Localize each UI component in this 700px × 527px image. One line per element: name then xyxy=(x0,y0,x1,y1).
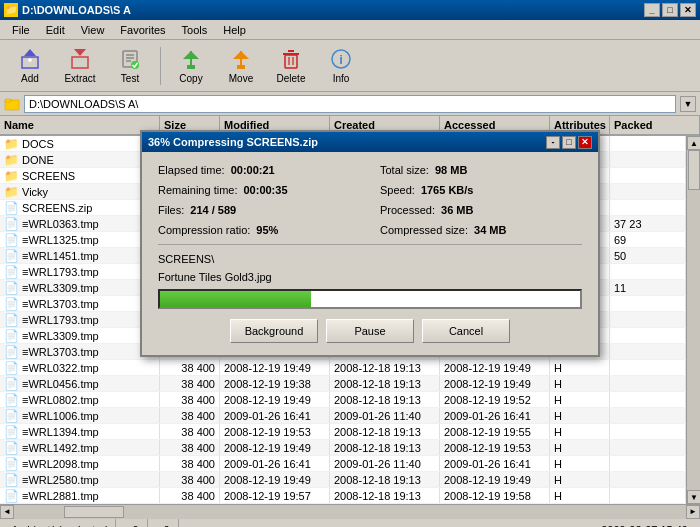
file-size-cell: 38 400 xyxy=(160,456,220,471)
table-row[interactable]: 📄≡WRL0802.tmp38 4002008-12-19 19:492008-… xyxy=(0,392,686,408)
folder-icon: 📁 xyxy=(4,169,19,183)
file-name: ≡WRL1325.tmp xyxy=(22,234,99,246)
file-name-cell: 📄≡WRL1793.tmp xyxy=(0,312,160,327)
move-label: Move xyxy=(229,73,253,84)
scroll-h-track[interactable] xyxy=(14,505,686,519)
scroll-h-thumb[interactable] xyxy=(64,506,124,518)
menu-tools[interactable]: Tools xyxy=(174,22,216,38)
file-packed-cell xyxy=(610,168,686,183)
col-header-name[interactable]: Name xyxy=(0,116,160,134)
col-header-packed[interactable]: Packed xyxy=(610,116,700,134)
file-accessed-cell: 2008-12-19 19:52 xyxy=(440,392,550,407)
table-row[interactable]: 📄≡WRL0322.tmp38 4002008-12-19 19:492008-… xyxy=(0,360,686,376)
scroll-right-button[interactable]: ► xyxy=(686,505,700,519)
table-row[interactable]: 📄≡WRL1394.tmp38 4002008-12-19 19:532008-… xyxy=(0,424,686,440)
toolbar-test-button[interactable]: Test xyxy=(106,44,154,88)
scroll-up-button[interactable]: ▲ xyxy=(687,136,700,150)
address-dropdown-button[interactable]: ▼ xyxy=(680,96,696,112)
file-attr-cell: H xyxy=(550,488,610,503)
file-name: ≡WRL0802.tmp xyxy=(22,394,99,406)
file-name: ≡WRL3309.tmp xyxy=(22,330,99,342)
folder-icon: 📁 xyxy=(4,153,19,167)
processed-field: Processed: 36 MB xyxy=(380,204,582,216)
svg-rect-4 xyxy=(72,57,88,68)
dialog-close-button[interactable]: ✕ xyxy=(578,136,592,149)
dialog-title-bar: 36% Compressing SCREENS.zip - □ ✕ xyxy=(142,132,598,152)
add-icon xyxy=(18,47,42,71)
table-row[interactable]: 📄≡WRL1006.tmp38 4002009-01-26 16:412009-… xyxy=(0,408,686,424)
file-attr-cell: H xyxy=(550,408,610,423)
toolbar-delete-button[interactable]: Delete xyxy=(267,44,315,88)
file-icon: 📄 xyxy=(4,217,19,231)
toolbar-copy-button[interactable]: Copy xyxy=(167,44,215,88)
menu-edit[interactable]: Edit xyxy=(38,22,73,38)
toolbar-extract-button[interactable]: Extract xyxy=(56,44,104,88)
vertical-scrollbar[interactable]: ▲ ▼ xyxy=(686,136,700,504)
file-size-cell: 38 400 xyxy=(160,424,220,439)
current-dir: SCREENS\ xyxy=(158,253,582,265)
menu-view[interactable]: View xyxy=(73,22,113,38)
menu-file[interactable]: File xyxy=(4,22,38,38)
file-packed-cell xyxy=(610,312,686,327)
file-accessed-cell: 2009-01-26 16:41 xyxy=(440,408,550,423)
file-packed-cell xyxy=(610,424,686,439)
scroll-thumb[interactable] xyxy=(688,150,700,190)
file-name: DONE xyxy=(22,154,54,166)
file-modified-cell: 2008-12-19 19:49 xyxy=(220,440,330,455)
file-icon: 📄 xyxy=(4,313,19,327)
folder-icon: 📁 xyxy=(4,185,19,199)
title-bar: 📁 D:\DOWNLOADS\S A _ □ ✕ xyxy=(0,0,700,20)
title-bar-controls[interactable]: _ □ ✕ xyxy=(644,3,696,17)
dialog-title-controls[interactable]: - □ ✕ xyxy=(546,136,592,149)
table-row[interactable]: 📄≡WRL2098.tmp38 4002009-01-26 16:412009-… xyxy=(0,456,686,472)
file-created-cell: 2009-01-26 11:40 xyxy=(330,456,440,471)
scroll-left-button[interactable]: ◄ xyxy=(0,505,14,519)
compression-ratio-field: Compression ratio: 95% xyxy=(158,224,360,236)
file-name: ≡WRL1793.tmp xyxy=(22,266,99,278)
file-packed-cell xyxy=(610,136,686,151)
menu-favorites[interactable]: Favorites xyxy=(112,22,173,38)
cancel-button[interactable]: Cancel xyxy=(422,319,510,343)
scroll-track[interactable] xyxy=(687,150,700,490)
extract-icon xyxy=(68,47,92,71)
file-created-cell: 2008-12-18 19:13 xyxy=(330,488,440,503)
scroll-down-button[interactable]: ▼ xyxy=(687,490,700,504)
file-icon: 📄 xyxy=(4,409,19,423)
file-name: ≡WRL3703.tmp xyxy=(22,346,99,358)
file-icon: 📄 xyxy=(4,489,19,503)
file-modified-cell: 2009-01-26 16:41 xyxy=(220,456,330,471)
dialog-buttons: Background Pause Cancel xyxy=(158,319,582,343)
address-input[interactable] xyxy=(24,95,676,113)
file-name-cell: 📄≡WRL0322.tmp xyxy=(0,360,160,375)
file-name-cell: 📄≡WRL3703.tmp xyxy=(0,296,160,311)
toolbar-info-button[interactable]: i Info xyxy=(317,44,365,88)
current-file: Fortune Tiles Gold3.jpg xyxy=(158,271,582,283)
table-row[interactable]: 📄≡WRL0456.tmp38 4002008-12-19 19:382008-… xyxy=(0,376,686,392)
dialog-minimize-button[interactable]: - xyxy=(546,136,560,149)
dialog-maximize-button[interactable]: □ xyxy=(562,136,576,149)
file-name-cell: 📄≡WRL2580.tmp xyxy=(0,472,160,487)
file-icon: 📄 xyxy=(4,457,19,471)
folder-icon: 📁 xyxy=(4,137,19,151)
speed-value: 1765 KB/s xyxy=(421,184,474,196)
table-row[interactable]: 📄≡WRL2881.tmp38 4002008-12-19 19:572008-… xyxy=(0,488,686,504)
file-name: ≡WRL3703.tmp xyxy=(22,298,99,310)
horizontal-scrollbar[interactable]: ◄ ► xyxy=(0,504,700,518)
toolbar-add-button[interactable]: Add xyxy=(6,44,54,88)
table-row[interactable]: 📄≡WRL1492.tmp38 4002008-12-19 19:492008-… xyxy=(0,440,686,456)
close-button[interactable]: ✕ xyxy=(680,3,696,17)
file-icon: 📄 xyxy=(4,201,19,215)
file-modified-cell: 2008-12-19 19:57 xyxy=(220,488,330,503)
menu-help[interactable]: Help xyxy=(215,22,254,38)
toolbar-move-button[interactable]: Move xyxy=(217,44,265,88)
file-name: SCREENS xyxy=(22,170,75,182)
file-packed-cell xyxy=(610,296,686,311)
background-button[interactable]: Background xyxy=(230,319,318,343)
minimize-button[interactable]: _ xyxy=(644,3,660,17)
file-accessed-cell: 2008-12-19 19:58 xyxy=(440,488,550,503)
pause-button[interactable]: Pause xyxy=(326,319,414,343)
maximize-button[interactable]: □ xyxy=(662,3,678,17)
file-icon: 📄 xyxy=(4,377,19,391)
file-packed-cell xyxy=(610,344,686,359)
table-row[interactable]: 📄≡WRL2580.tmp38 4002008-12-19 19:492008-… xyxy=(0,472,686,488)
